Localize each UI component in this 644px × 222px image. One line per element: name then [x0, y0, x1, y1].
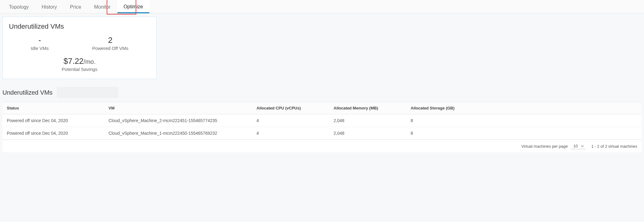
savings-value: $7.22 [64, 56, 84, 66]
underutilized-vms-card: Underutilized VMs - Idle VMs 2 Powered O… [2, 17, 157, 79]
cell-storage: 8 [406, 127, 642, 140]
cell-status: Powered off since Dec 04, 2020 [2, 114, 104, 127]
col-header-status[interactable]: Status [2, 102, 104, 114]
tab-bar: Topology History Price Monitor Optimize [0, 0, 644, 14]
tab-topology[interactable]: Topology [2, 0, 35, 13]
col-header-memory[interactable]: Allocated Memory (MB) [329, 102, 406, 114]
col-header-vm[interactable]: VM [104, 102, 252, 114]
potential-savings: $7.22/mo. Potential Savings [9, 56, 150, 72]
col-header-cpu[interactable]: Allocated CPU (vCPUs) [252, 102, 329, 114]
table-row[interactable]: Powered off since Dec 04, 2020 Cloud_vSp… [2, 127, 642, 140]
vm-table: Status VM Allocated CPU (vCPUs) Allocate… [2, 102, 642, 140]
tab-history[interactable]: History [35, 0, 64, 13]
cell-vm: Cloud_vSphere_Machine_2-mcm222451-155465… [104, 114, 252, 127]
stat-idle-vms: - Idle VMs [31, 35, 49, 51]
section-heading: Underutilized VMs [2, 89, 52, 96]
pagination-range: 1 - 2 of 2 virtual machines [591, 144, 637, 149]
tab-price[interactable]: Price [64, 0, 88, 13]
savings-unit: /mo. [84, 58, 96, 65]
table-row[interactable]: Powered off since Dec 04, 2020 Cloud_vSp… [2, 114, 642, 127]
cell-memory: 2,048 [329, 114, 406, 127]
cell-memory: 2,048 [329, 127, 406, 140]
col-header-storage[interactable]: Allocated Storage (GB) [406, 102, 642, 114]
stat-poweredoff-value: 2 [92, 35, 128, 45]
stat-idle-value: - [31, 35, 49, 45]
per-page-select[interactable]: 10 [571, 143, 586, 149]
stat-poweredoff-label: Powered Off VMs [92, 46, 128, 51]
table-footer: Virtual machines per page 10 1 - 2 of 2 … [2, 140, 642, 152]
section-placeholder [57, 87, 118, 98]
card-title: Underutilized VMs [9, 23, 150, 31]
per-page-value: 10 [573, 144, 578, 148]
cell-vm: Cloud_vSphere_Machine_1-mcm222450-155465… [104, 127, 252, 140]
chevron-down-icon [581, 145, 584, 148]
stat-idle-label: Idle VMs [31, 46, 49, 51]
savings-label: Potential Savings [9, 67, 150, 72]
cell-status: Powered off since Dec 04, 2020 [2, 127, 104, 140]
cell-storage: 8 [406, 114, 642, 127]
tab-optimize[interactable]: Optimize [117, 0, 150, 13]
per-page-label: Virtual machines per page [521, 144, 568, 149]
cell-cpu: 4 [252, 114, 329, 127]
tab-monitor[interactable]: Monitor [88, 0, 117, 13]
stat-poweredoff-vms: 2 Powered Off VMs [92, 35, 128, 51]
cell-cpu: 4 [252, 127, 329, 140]
